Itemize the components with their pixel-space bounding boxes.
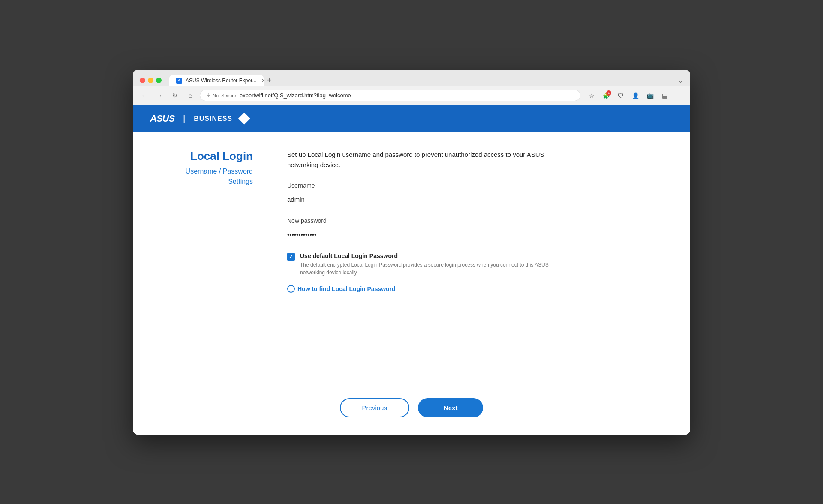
header-divider: | — [183, 114, 185, 123]
tab-bar: A ASUS Wireless Router Exper... ✕ + ⌄ — [169, 75, 683, 86]
username-field-group: Username — [287, 182, 536, 207]
minimize-button[interactable] — [148, 78, 153, 83]
asus-header: ASUS | BUSINESS — [133, 105, 690, 132]
asus-product-line: BUSINESS — [194, 115, 232, 123]
reload-button[interactable]: ↻ — [169, 90, 181, 102]
checkbox-label-group: Use default Local Login Password The def… — [300, 252, 553, 276]
traffic-lights — [140, 78, 162, 83]
notification-badge: 1 — [606, 90, 611, 96]
tab-close-icon[interactable]: ✕ — [261, 78, 264, 84]
next-button[interactable]: Next — [418, 398, 484, 417]
bookmark-icon[interactable]: ☆ — [586, 90, 598, 102]
sidebar-title: Local Login — [167, 150, 253, 163]
browser-titlebar: A ASUS Wireless Router Exper... ✕ + ⌄ — [133, 70, 690, 86]
previous-button[interactable]: Previous — [340, 398, 409, 417]
page-content: ASUS | BUSINESS Local Login Username / P… — [133, 105, 690, 435]
password-input[interactable] — [287, 228, 536, 242]
new-tab-button[interactable]: + — [265, 76, 273, 85]
sidebar: Local Login Username / Password Settings — [167, 150, 279, 364]
back-button[interactable]: ← — [138, 90, 150, 102]
checkbox-description: The default encrypted Local Login Passwo… — [300, 261, 553, 276]
nav-buttons: Previous Next — [133, 390, 690, 435]
sidebar-subtitle-line2: Settings — [228, 178, 253, 185]
sidebar-icon[interactable]: ▤ — [658, 90, 670, 102]
home-button[interactable]: ⌂ — [184, 90, 196, 102]
forward-button[interactable]: → — [153, 90, 165, 102]
username-input[interactable] — [287, 192, 536, 207]
sidebar-subtitle: Username / Password Settings — [167, 166, 253, 187]
close-button[interactable] — [140, 78, 145, 83]
security-indicator: ⚠ Not Secure — [206, 93, 236, 99]
url-display: expertwifi.net/QIS_wizard.htm?flag=welco… — [240, 92, 351, 99]
info-link-text: How to find Local Login Password — [297, 285, 396, 292]
password-field-group: New password — [287, 217, 536, 242]
tab-favicon: A — [176, 78, 182, 84]
tab-title: ASUS Wireless Router Exper... — [186, 78, 256, 84]
extensions-icon[interactable]: 🧩 1 — [600, 90, 612, 102]
warning-icon: ⚠ — [206, 93, 211, 99]
main-layout: Local Login Username / Password Settings… — [133, 132, 690, 390]
chevron-down-icon[interactable]: ⌄ — [678, 77, 683, 84]
main-form: Set up Local Login username and password… — [279, 150, 656, 364]
cast-icon[interactable]: 📺 — [644, 90, 656, 102]
settings-icon[interactable]: ⋮ — [673, 90, 685, 102]
asus-diamond-icon — [238, 113, 250, 125]
profile-icon[interactable]: 👤 — [629, 90, 641, 102]
security-label: Not Secure — [213, 93, 236, 98]
browser-window: A ASUS Wireless Router Exper... ✕ + ⌄ ← … — [133, 70, 690, 435]
use-default-password-checkbox[interactable] — [287, 253, 295, 261]
address-bar[interactable]: ⚠ Not Secure expertwifi.net/QIS_wizard.h… — [200, 90, 580, 101]
default-password-checkbox-row: Use default Local Login Password The def… — [287, 252, 553, 276]
maximize-button[interactable] — [156, 78, 162, 83]
checkbox-main-label: Use default Local Login Password — [300, 252, 553, 259]
active-tab[interactable]: A ASUS Wireless Router Exper... ✕ — [169, 75, 264, 86]
form-description: Set up Local Login username and password… — [287, 150, 544, 170]
asus-brand: ASUS — [150, 113, 174, 124]
shield-icon[interactable]: 🛡 — [615, 90, 627, 102]
browser-toolbar: ← → ↻ ⌂ ⚠ Not Secure expertwifi.net/QIS_… — [133, 86, 690, 105]
find-password-link[interactable]: i How to find Local Login Password — [287, 285, 656, 293]
toolbar-icons: ☆ 🧩 1 🛡 👤 📺 ▤ ⋮ — [586, 90, 685, 102]
info-icon: i — [287, 285, 295, 293]
password-label: New password — [287, 217, 536, 224]
asus-logo: ASUS | BUSINESS — [150, 113, 250, 125]
sidebar-subtitle-line1: Username / Password — [186, 168, 253, 175]
username-label: Username — [287, 182, 536, 189]
